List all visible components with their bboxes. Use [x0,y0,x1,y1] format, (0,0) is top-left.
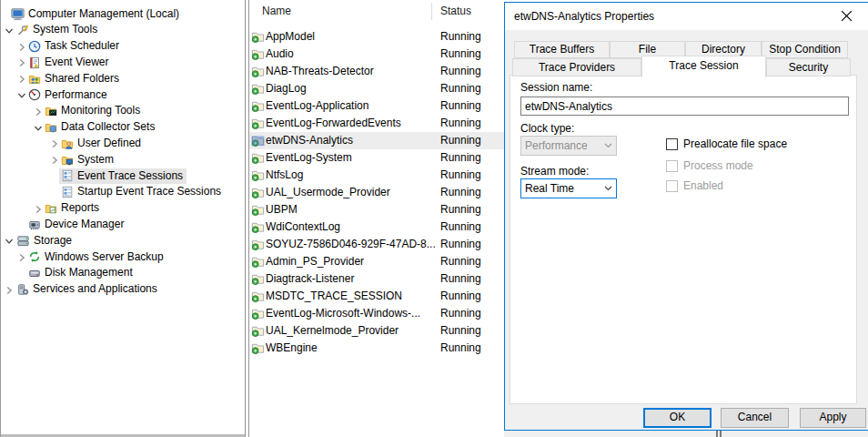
tools-icon [16,24,29,36]
clock-type-value: Performance [525,139,602,152]
session-name-input[interactable] [520,97,849,116]
apply-button[interactable]: Apply [800,408,866,428]
session-icon [251,47,265,61]
tree-item-label: Shared Folders [45,71,119,87]
tree-item-computer-management-local[interactable]: Computer Management (Local) [1,6,244,23]
preallocate-checkbox[interactable]: Preallocate file space [666,137,787,150]
checkbox-icon [666,160,678,172]
dialog-title: etwDNS-Analytics Properties [514,10,654,23]
chevron-collapsed-icon[interactable] [50,139,59,148]
ok-button[interactable]: OK [643,408,712,428]
stream-mode-select[interactable]: Real Time [520,178,617,198]
tree-item-label: User Defined [77,136,141,152]
session-name: WdiContextLog [266,218,340,236]
clock-type-select: Performance [520,136,617,156]
tree-item-user-defined[interactable]: User Defined [1,136,244,152]
tree-item-label: Disk Management [45,265,133,281]
tree-item-services-and-applications[interactable]: Services and Applications [1,282,244,299]
storage-icon [16,234,30,248]
session-icon [251,307,265,320]
session-icon [251,30,265,44]
data-collector-icon [45,121,57,134]
session-name: EventLog-System [266,149,352,167]
tab-trace-providers[interactable]: Trace Providers [512,58,641,76]
chevron-collapsed-icon[interactable] [34,107,43,117]
tab-trace-session[interactable]: Trace Session [641,56,766,77]
column-header-name[interactable]: Name [262,5,291,17]
stream-mode-label: Stream mode: [520,165,589,178]
tree-item-shared-folders[interactable]: Shared Folders [1,71,244,87]
monitoring-tools-icon [45,105,57,117]
session-name: Admin_PS_Provider [266,253,364,270]
tree-item-label: Services and Applications [33,281,157,298]
tree-item-task-scheduler[interactable]: Task Scheduler [1,39,244,56]
session-name: EventLog-Microsoft-Windows-... [266,305,420,322]
column-separator[interactable] [431,3,432,20]
tree-item-event-trace-sessions[interactable]: Event Trace Sessions [1,168,244,185]
session-name: UBPM [266,201,298,218]
tree-item-startup-event-trace-sessions[interactable]: Startup Event Trace Sessions [1,185,244,201]
chevron-collapsed-icon[interactable] [17,58,26,67]
tree-item-device-manager[interactable]: Device Manager [1,217,244,233]
tree-item-label: Monitoring Tools [61,103,140,119]
session-icon [251,341,265,355]
chevron-collapsed-icon[interactable] [50,156,59,165]
tree-item-system-tools[interactable]: System Tools [1,23,244,39]
session-name: SOYUZ-7586D046-929F-47AD-8... [266,236,436,253]
session-name: EventLog-Application [266,97,368,115]
services-icon [16,283,29,296]
trace-sessions-icon [61,186,74,198]
close-icon [841,10,853,22]
tree-item-data-collector-sets[interactable]: Data Collector Sets [1,120,244,137]
tree-item-label: System [77,152,114,168]
session-status: Running [440,149,481,167]
cancel-button[interactable]: Cancel [721,408,789,428]
tab-trace-buffers[interactable]: Trace Buffers [514,41,610,58]
tree-item-system[interactable]: System [1,152,244,168]
close-button[interactable] [828,4,864,28]
chevron-expanded-icon[interactable] [34,124,43,133]
clock-type-label: Clock type: [520,122,574,135]
chevron-collapsed-icon[interactable] [17,253,26,262]
tree-item-monitoring-tools[interactable]: Monitoring Tools [1,104,244,120]
session-status: Running [440,201,481,218]
tree-item-windows-server-backup[interactable]: Windows Server Backup [1,249,244,266]
column-header-status[interactable]: Status [440,5,471,17]
tab-security[interactable]: Security [766,58,851,76]
session-status: Running [440,218,481,236]
session-icon [251,82,265,96]
session-icon [251,186,265,199]
chevron-collapsed-icon[interactable] [17,75,26,84]
session-icon [251,99,265,113]
tree-item-performance[interactable]: Performance [1,87,244,104]
tree-item-label: Event Viewer [45,55,108,71]
chevron-expanded-icon[interactable] [17,91,26,100]
chevron-collapsed-icon[interactable] [17,43,26,52]
chevron-expanded-icon[interactable] [5,237,14,246]
performance-icon [28,88,41,101]
tree-item-label: Windows Server Backup [45,249,164,266]
tree-item-reports[interactable]: Reports [1,201,244,218]
session-name: DiagLog [266,80,307,97]
tree-item-event-viewer[interactable]: Event Viewer [1,55,244,71]
session-name: EventLog-ForwardedEvents [266,115,401,132]
tree-item-storage[interactable]: Storage [1,233,244,249]
chevron-collapsed-icon[interactable] [34,205,43,214]
session-status: Running [440,270,481,288]
chevron-collapsed-icon[interactable] [5,286,14,295]
session-icon [251,290,265,303]
session-icon [251,324,265,338]
dialog-titlebar: etwDNS-Analytics Properties [505,3,868,30]
computer-icon [11,7,25,21]
session-icon [251,272,265,286]
tree-item-label: Performance [45,87,107,104]
splitter-grip-icon [716,431,718,437]
tree-item-label: Device Manager [45,217,124,233]
chevron-expanded-icon[interactable] [5,26,14,36]
session-icon [251,117,265,130]
chevron-down-icon [604,186,612,191]
system-folder-icon [61,154,74,167]
tree-item-disk-management[interactable]: Disk Management [1,266,244,282]
session-name: Diagtrack-Listener [266,270,354,288]
tab-stop-condition[interactable]: Stop Condition [762,41,848,58]
